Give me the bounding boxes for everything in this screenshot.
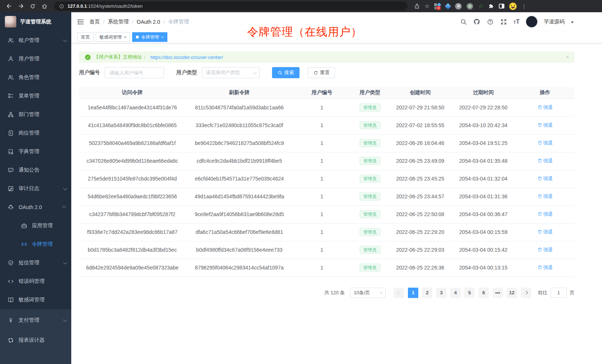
force-logout-button[interactable]: 强退 [537, 122, 553, 129]
sidebar-item-支付管理[interactable]: 支付管理 [0, 310, 71, 330]
breadcrumb-system[interactable]: 系统管理 [108, 19, 129, 25]
sidebar-item-角色管理[interactable]: 角色管理 [0, 68, 71, 87]
force-logout-button[interactable]: 强退 [537, 229, 553, 235]
forward-icon[interactable] [16, 2, 25, 11]
page-size-select[interactable]: 10条/页 [350, 288, 386, 298]
sidebar-bottom-section: 支付管理报表设计器 [0, 309, 71, 364]
help-icon[interactable] [487, 18, 494, 25]
sidebar-item-通知公告[interactable]: 通知公告 [0, 161, 71, 179]
github-icon[interactable] [473, 18, 480, 25]
force-logout-button[interactable]: 强退 [537, 211, 553, 218]
token-table-body: 1ea5e44f8bc1467aaede43144f31de76811c5304… [79, 99, 575, 277]
total-count: 共 120 条 [324, 289, 345, 296]
reset-button-label: 重置 [320, 69, 330, 76]
record-extension-icon[interactable] [467, 3, 473, 10]
sidebar-item-部门管理[interactable]: 部门管理 [0, 105, 71, 124]
browser-chrome: 127.0.0.1:1024/system/oauth2/token ☆ 9 ⌘… [0, 0, 602, 12]
expire-time-cell: 2054-03-04 00:36:47 [451, 205, 516, 223]
id-badge-icon [8, 130, 14, 136]
sidebar-item-OAuth 2.0[interactable]: OAuth 2.0 [0, 198, 71, 216]
sidebar-item-租户管理[interactable]: 租户管理 [0, 31, 71, 50]
reset-button[interactable]: 重置 [308, 67, 335, 78]
side-panel-icon[interactable] [499, 4, 504, 9]
page-button-2[interactable]: 2 [422, 288, 432, 298]
table-row: b0d1785bc3a8482f812db4a3f3bd15ecb0df4980… [79, 241, 575, 259]
bookmark-star-icon[interactable]: ☆ [425, 3, 429, 10]
tab-home[interactable]: 首页 [77, 32, 94, 42]
collapse-sidebar-icon[interactable] [77, 18, 84, 26]
font-size-icon[interactable]: TT [513, 19, 520, 25]
profile-avatar-icon[interactable] [509, 3, 517, 10]
page-button-12[interactable]: 12 [507, 288, 517, 298]
next-page-button[interactable] [521, 288, 531, 298]
command-extension-icon[interactable]: ⌘ [455, 3, 462, 10]
app-logo-row[interactable]: 芋道管理系统 [0, 12, 71, 31]
home-icon[interactable] [40, 2, 49, 11]
reload-icon[interactable] [28, 2, 37, 11]
gem-extension-icon[interactable] [445, 3, 451, 9]
search-icon[interactable] [460, 18, 467, 25]
close-icon[interactable]: × [124, 35, 126, 39]
page-button-4[interactable]: 4 [450, 288, 461, 298]
close-icon[interactable]: × [161, 35, 163, 39]
token-table: 访问令牌 刷新令牌 用户编号 用户类型 创建时间 过期时间 操作 1ea5e44… [79, 87, 575, 277]
breadcrumb-home[interactable]: 首页 [89, 19, 100, 25]
close-icon[interactable]: × [566, 54, 569, 60]
breadcrumb-oauth[interactable]: OAuth 2.0 [137, 19, 160, 25]
user-avatar[interactable] [526, 16, 537, 27]
puzzle-extensions-icon[interactable] [488, 3, 494, 9]
share-icon[interactable] [414, 3, 420, 9]
force-logout-label: 强退 [543, 211, 553, 218]
chevron-down-icon[interactable] [571, 21, 574, 23]
address-bar[interactable]: 127.0.0.1:1024/system/oauth2/token [54, 1, 408, 11]
force-logout-button[interactable]: 强退 [537, 158, 553, 164]
page-button-6[interactable]: 6 [478, 288, 489, 298]
tab-token-management[interactable]: 令牌管理 × [132, 32, 167, 42]
goto-page-input[interactable] [550, 288, 567, 298]
fullscreen-icon[interactable] [500, 18, 507, 25]
sidebar-item-字典管理[interactable]: 字典管理 [0, 142, 71, 161]
sidebar-item-错误码管理[interactable]: 错误码管理 [0, 272, 71, 291]
page-button-3[interactable]: 3 [436, 288, 446, 298]
prev-page-button[interactable] [394, 288, 404, 298]
force-logout-button[interactable]: 强退 [537, 140, 553, 146]
sidebar-item-令牌管理[interactable]: 令牌管理 [0, 235, 71, 254]
topbar-actions: TT 芋道源码 [460, 16, 574, 27]
sidebar-item-用户管理[interactable]: 用户管理 [0, 50, 71, 68]
force-logout-button[interactable]: 强退 [537, 246, 553, 253]
sidebar-item-审计日志[interactable]: 审计日志 [0, 179, 71, 198]
sidebar-item-应用管理[interactable]: 应用管理 [0, 216, 71, 235]
tab-sensitive-words[interactable]: 敏感词管理 × [96, 32, 130, 42]
user-type-cell: 管理员 [351, 99, 389, 116]
sidebar-item-菜单管理[interactable]: 菜单管理 [0, 87, 71, 105]
sidebar-item-敏感词管理[interactable]: 敏感词管理 [0, 291, 71, 309]
sidebar-item-岗位管理[interactable]: 岗位管理 [0, 124, 71, 142]
back-icon[interactable] [4, 2, 13, 11]
user-type-select[interactable]: 请选择用户类型 [202, 67, 260, 78]
force-logout-button[interactable]: 强退 [537, 175, 553, 182]
doc-link[interactable]: https://doc.iocoder.cn/user-center/ [150, 54, 223, 60]
sidebar-item-短信管理[interactable]: 短信管理 [0, 254, 71, 272]
sidebar-item-label: 令牌管理 [32, 241, 53, 248]
sidebar-item-报表设计器[interactable]: 报表设计器 [0, 330, 71, 350]
more-pages-button[interactable]: ••• [493, 288, 503, 298]
user-id-input[interactable] [105, 67, 164, 78]
page-button-5[interactable]: 5 [464, 288, 475, 298]
col-user-type: 用户类型 [351, 87, 389, 99]
browser-menu-icon[interactable]: ⋮ [521, 3, 527, 9]
chevron-down-icon [63, 318, 67, 322]
url-text: 127.0.0.1:1024/system/oauth2/token [68, 4, 143, 9]
search-button[interactable]: 搜索 [272, 67, 300, 78]
page-button-1[interactable]: 1 [408, 288, 418, 298]
force-logout-button[interactable]: 强退 [537, 104, 553, 111]
user-name[interactable]: 芋道源码 [544, 19, 565, 25]
table-row: f9336e7c7dd242a283ee98dc86b17a87dfa6c71a… [79, 223, 575, 241]
force-logout-button[interactable]: 强退 [537, 193, 553, 200]
refresh-token-cell: 333ecfc71e02480cb11055c875c3ca0f [186, 116, 293, 134]
force-logout-button[interactable]: 强退 [537, 264, 553, 271]
star-extension-icon[interactable]: ☆ [478, 3, 483, 10]
user-id-cell: 1 [293, 116, 351, 134]
page-content: ✓ 【用户体系】文档地址： https://doc.iocoder.cn/use… [71, 43, 602, 298]
site-info-icon[interactable] [59, 4, 64, 9]
extension-grid-icon[interactable]: 9 [434, 3, 441, 10]
